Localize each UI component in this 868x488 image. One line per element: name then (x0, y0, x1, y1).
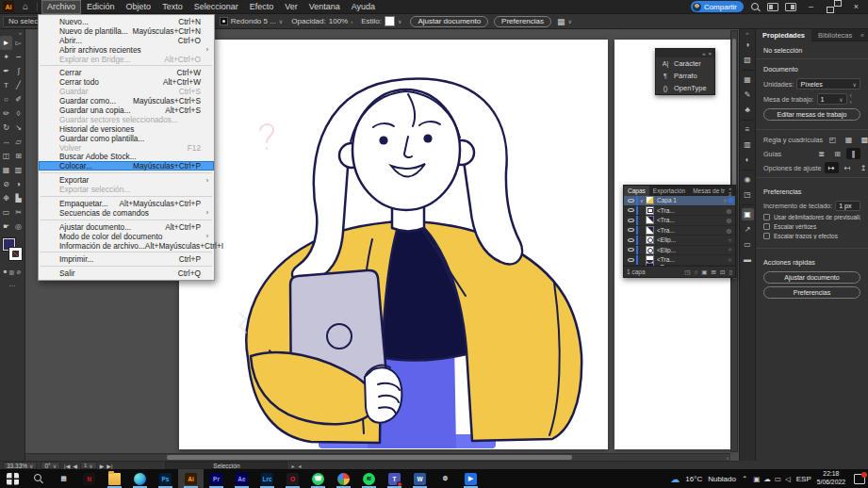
symbol-sprayer-tool[interactable]: ❉ (0, 191, 12, 205)
layer-row[interactable]: ∨ Capa 1 ○ (624, 196, 735, 206)
stroke-panel-icon[interactable]: ≡ (742, 123, 754, 136)
file-menu-item[interactable]: Guardar sectores seleccionados... (39, 115, 214, 124)
fit-document-button[interactable]: Ajustar documento (763, 271, 860, 284)
file-menu-item[interactable]: Empaquetar... Alt+Mayúsculas+Ctrl+P (39, 199, 214, 208)
file-menu-item[interactable]: Imprimir... Ctrl+P (39, 254, 214, 264)
eyedropper-tool[interactable]: ⊘ (0, 177, 12, 191)
network-icon[interactable]: ▭ (775, 475, 781, 483)
lightroom-classic-icon[interactable]: Lrc (254, 469, 280, 488)
premiere-icon[interactable]: Pr (204, 469, 229, 488)
snap-pixel-icon[interactable]: ↤ (841, 162, 855, 173)
file-menu-item[interactable]: Ajustar documento... Alt+Ctrl+P (39, 222, 214, 232)
horizontal-scroll-thumb[interactable] (167, 455, 572, 460)
horizontal-scrollbar[interactable]: › (25, 453, 730, 461)
weather-temp[interactable]: 16°C (685, 475, 702, 483)
pen-tool[interactable]: ✒ (0, 64, 12, 78)
prev-artboard-icon[interactable]: ◀ (73, 463, 77, 469)
next-artboard-icon[interactable]: ▶ (100, 463, 105, 469)
preferences-button[interactable]: Preferencias (763, 286, 860, 299)
target-circle-icon[interactable]: ◎ (727, 227, 731, 234)
preferences-button[interactable]: Preferencias (494, 16, 551, 27)
layer-row[interactable]: <Tra... ◎ (624, 206, 735, 217)
artboard-nav-arrows[interactable]: ‹ › (850, 92, 860, 106)
visibility-eye-icon[interactable] (628, 248, 634, 252)
target-circle-icon[interactable]: ◎ (727, 207, 731, 214)
shape-builder-tool[interactable]: ◫ (0, 149, 12, 163)
opera-icon[interactable]: O (280, 469, 305, 488)
file-menu-item[interactable]: Nuevo de plantilla... Mayúsculas+Ctrl+N (39, 26, 214, 36)
lasso-tool[interactable]: ∽ (12, 50, 25, 64)
edit-artboards-button[interactable]: Editar mesas de trabajo (763, 108, 860, 121)
netflix-icon[interactable]: N (76, 469, 102, 488)
free-transform-tool[interactable]: ▱ (12, 135, 25, 149)
language-indicator[interactable]: ESP (796, 475, 811, 483)
file-menu-item[interactable]: Guardar como... Mayúsculas+Ctrl+S (39, 96, 214, 106)
file-menu-item[interactable]: Buscar Adobe Stock... (39, 152, 214, 161)
home-icon[interactable]: ⌂ (23, 2, 28, 11)
settings-icon[interactable]: ⚙ (433, 469, 458, 488)
smart-guides-icon[interactable]: ∥ (846, 148, 860, 159)
rotation-select[interactable]: 0°∨ (41, 462, 60, 469)
checkbox-row[interactable]: Escalar vértices (763, 223, 860, 230)
layer-row[interactable]: <Elip... ○ (624, 246, 735, 256)
transparency-panel-icon[interactable]: ◐ (742, 154, 754, 166)
artboard-1[interactable] (179, 40, 608, 449)
collapse-icon[interactable]: » (702, 51, 705, 57)
first-artboard-icon[interactable]: |◀ (64, 463, 70, 469)
dock-collapse-icon[interactable]: « (740, 29, 755, 36)
workspace-layout-icon[interactable] (785, 3, 796, 11)
curvature-tool[interactable]: ∫ (12, 64, 25, 78)
file-menu-item[interactable]: Guardar Ctrl+S (39, 87, 214, 96)
target-circle-icon[interactable]: ○ (728, 247, 731, 252)
share-panel-icon[interactable]: ↗ (742, 223, 754, 236)
grid-icon[interactable]: ▦ (842, 134, 856, 145)
checkbox-row[interactable]: Escalar trazos y efectos (763, 233, 860, 239)
delete-icon[interactable]: ▯ (729, 268, 732, 276)
layer-row[interactable]: <Tra... ◎ (624, 216, 735, 226)
start-icon[interactable] (0, 469, 25, 488)
hand-tool[interactable]: ☛ (0, 220, 12, 234)
menubar-menu[interactable]: Ventana (303, 0, 346, 14)
target-circle-icon[interactable]: ◎ (727, 217, 731, 223)
artboard-tool[interactable]: ▭ (0, 205, 12, 220)
direct-selection-tool[interactable]: ▻ (12, 36, 25, 50)
color-guide-panel-icon[interactable]: ▧ (742, 54, 754, 66)
layers-panel-icon[interactable]: ▣ (742, 208, 754, 220)
file-menu-item[interactable]: Cerrar todo Alt+Ctrl+W (39, 77, 214, 87)
notification-center-icon[interactable] (854, 474, 865, 484)
file-menu-item[interactable]: Exportar › (39, 175, 214, 185)
new-layer-icon[interactable]: ⊡ (720, 268, 725, 276)
file-menu-item[interactable]: Abrir... Ctrl+O (39, 36, 214, 45)
line-segment-tool[interactable]: ╱ (12, 78, 25, 92)
rotate-tool[interactable]: ↻ (0, 121, 12, 135)
brush-select[interactable]: Redondo 5 ... ∨ (220, 17, 283, 25)
menubar-menu[interactable]: Ver (279, 0, 303, 14)
units-select[interactable]: Píxeles∨ (796, 78, 860, 89)
arrange-documents-icon[interactable] (767, 3, 778, 11)
color-fill-icon[interactable]: ■ (4, 268, 8, 275)
keyboard-increment-input[interactable]: 1 px (835, 201, 860, 211)
file-menu-item[interactable]: Guardar como plantilla... (39, 134, 214, 143)
checkbox[interactable] (763, 214, 770, 220)
brushes-panel-icon[interactable]: ✎ (742, 89, 754, 101)
minimize-button[interactable]: – (803, 0, 819, 14)
search-icon[interactable] (750, 2, 761, 12)
file-menu-item[interactable]: Historial de versiones (39, 124, 214, 134)
menubar-menu[interactable]: Ayuda (346, 0, 381, 14)
opentype-panel-row[interactable]: () OpenType (656, 82, 714, 94)
menubar-menu[interactable]: Objeto (121, 0, 157, 14)
scroll-right-icon[interactable]: › (727, 454, 729, 461)
file-menu-item[interactable]: Exportar selección... (39, 185, 214, 194)
gradient-panel-icon[interactable]: ▥ (742, 138, 754, 151)
gradient-tool[interactable]: ▥ (12, 163, 25, 177)
file-menu-item[interactable]: Colocar... Mayúsculas+Ctrl+P (39, 161, 214, 171)
target-circle-icon[interactable]: ○ (723, 198, 727, 203)
visibility-eye-icon[interactable] (628, 219, 634, 222)
tray-expand-icon[interactable]: ⌃ (742, 475, 747, 483)
volume-icon[interactable]: ◁ (785, 475, 791, 483)
status-arrow-left-icon[interactable]: ◂ (298, 463, 301, 469)
none-mode-icon[interactable]: ⊘ (16, 268, 21, 275)
zoom-select[interactable]: 33.33%∨ (3, 462, 37, 469)
opacity-control[interactable]: Opacidad: 100% › (291, 17, 352, 25)
panel-tab[interactable]: Bibliotecas (811, 29, 859, 41)
